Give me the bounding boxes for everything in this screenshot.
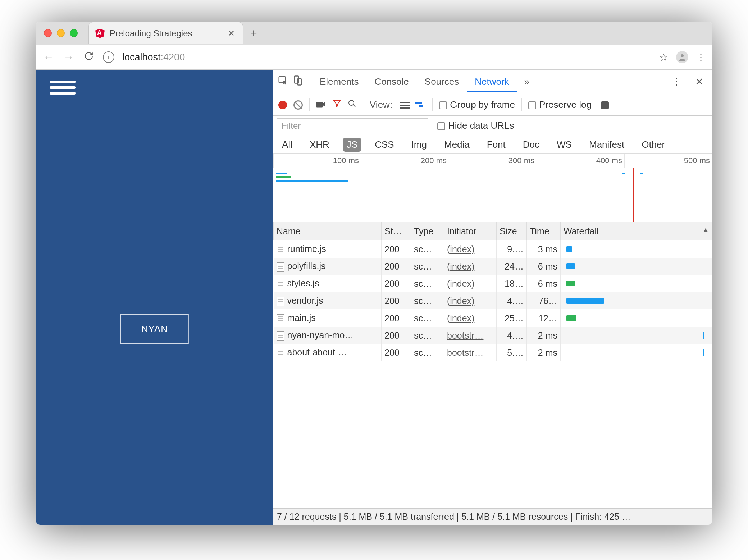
svg-rect-4 <box>316 102 323 107</box>
view-list-icon[interactable] <box>400 102 410 109</box>
back-button[interactable]: ← <box>42 51 55 63</box>
browser-window: Preloading Strategies ✕ + ← → i localhos… <box>36 22 712 525</box>
record-button[interactable] <box>278 101 287 109</box>
nyan-button[interactable]: NYAN <box>120 314 189 344</box>
table-row[interactable]: styles.js200sc…(index)18…6 ms <box>274 275 712 292</box>
timeline-bar <box>640 173 643 174</box>
type-chip-ws[interactable]: WS <box>553 138 575 152</box>
window-maximize-button[interactable] <box>70 29 78 37</box>
devtools-tabs: ElementsConsoleSourcesNetwork » ⋮ ✕ <box>273 70 712 94</box>
bookmark-star-icon[interactable]: ☆ <box>659 51 668 63</box>
network-toolbar: View: Group by frame Preserve log <box>273 94 712 116</box>
forward-button[interactable]: → <box>63 51 75 63</box>
column-header[interactable]: Waterfall▲ <box>561 222 712 240</box>
timeline-tick: 100 ms <box>273 154 361 168</box>
devtools-tab-network[interactable]: Network <box>467 71 517 92</box>
filter-row: Hide data URLs <box>273 116 712 136</box>
devtools-tab-sources[interactable]: Sources <box>417 71 467 92</box>
url-port: 4200 <box>163 52 185 63</box>
table-row[interactable]: polyfills.js200sc…(index)24…6 ms <box>274 258 712 275</box>
view-mode-buttons[interactable] <box>399 99 426 110</box>
file-icon <box>277 314 284 323</box>
hide-data-urls-checkbox[interactable]: Hide data URLs <box>437 120 514 131</box>
svg-point-0 <box>681 54 684 57</box>
filter-input[interactable] <box>277 118 428 133</box>
angular-icon <box>95 29 105 38</box>
screenshot-icon[interactable] <box>316 99 326 110</box>
type-chip-img[interactable]: Img <box>408 138 430 152</box>
devtools-settings-icon[interactable]: ⋮ <box>666 76 687 87</box>
view-waterfall-icon[interactable] <box>415 102 424 109</box>
timeline-bar <box>622 173 625 174</box>
preserve-log-checkbox[interactable]: Preserve log <box>528 99 592 110</box>
address-bar: ← → i localhost:4200 ☆ ⋮ <box>36 45 712 70</box>
tab-close-button[interactable]: ✕ <box>226 28 236 38</box>
timeline-bar <box>276 176 291 178</box>
window-minimize-button[interactable] <box>57 29 65 37</box>
column-header[interactable]: St… <box>382 222 411 240</box>
timeline-overview[interactable]: 100 ms200 ms300 ms400 ms500 ms <box>273 154 712 222</box>
devtools-tab-console[interactable]: Console <box>366 71 416 92</box>
table-row[interactable]: runtime.js200sc…(index)9.…3 ms <box>274 240 712 258</box>
view-label: View: <box>370 99 392 110</box>
table-row[interactable]: main.js200sc…(index)25…12… <box>274 309 712 327</box>
timeline-tick: 400 ms <box>537 154 624 168</box>
type-chip-manifest[interactable]: Manifest <box>585 138 628 152</box>
new-tab-button[interactable]: + <box>250 27 257 40</box>
svg-rect-3 <box>297 79 301 85</box>
more-checkbox[interactable] <box>601 99 612 110</box>
svg-rect-2 <box>294 76 299 83</box>
toggle-device-icon[interactable] <box>292 75 303 88</box>
devtools-close-button[interactable]: ✕ <box>691 76 708 88</box>
group-by-frame-checkbox[interactable]: Group by frame <box>439 99 515 110</box>
browser-menu-button[interactable]: ⋮ <box>696 52 706 63</box>
type-chip-media[interactable]: Media <box>441 138 473 152</box>
url-host: localhost <box>122 52 161 63</box>
type-chip-all[interactable]: All <box>278 138 296 152</box>
hamburger-menu-icon[interactable] <box>50 81 76 95</box>
file-icon <box>277 262 284 272</box>
status-text: 7 / 12 requests | 5.1 MB / 5.1 MB transf… <box>277 511 631 522</box>
network-table[interactable]: NameSt…TypeInitiatorSizeTimeWaterfall▲ r… <box>273 222 712 508</box>
app-pane: NYAN <box>36 70 273 525</box>
table-row[interactable]: nyan-nyan-mo…200sc…bootstr…4.…2 ms <box>274 327 712 344</box>
timeline-tick: 500 ms <box>624 154 712 168</box>
browser-tab[interactable]: Preloading Strategies ✕ <box>88 22 243 44</box>
type-chip-css[interactable]: CSS <box>371 138 397 152</box>
type-chip-xhr[interactable]: XHR <box>306 138 333 152</box>
titlebar: Preloading Strategies ✕ + <box>36 22 712 45</box>
file-icon <box>277 297 284 306</box>
status-bar: 7 / 12 requests | 5.1 MB / 5.1 MB transf… <box>273 508 712 525</box>
type-chip-font[interactable]: Font <box>483 138 509 152</box>
hide-data-urls-label: Hide data URLs <box>448 120 514 131</box>
load-marker <box>633 168 634 222</box>
file-icon <box>277 245 284 254</box>
table-row[interactable]: vendor.js200sc…(index)4.…76… <box>274 292 712 309</box>
reload-button[interactable] <box>83 51 95 63</box>
devtools-tab-elements[interactable]: Elements <box>312 71 366 92</box>
inspect-element-icon[interactable] <box>278 75 288 88</box>
svg-point-5 <box>349 100 354 105</box>
column-header[interactable]: Time <box>527 222 561 240</box>
column-header[interactable]: Size <box>497 222 527 240</box>
filter-icon[interactable] <box>333 99 341 110</box>
site-info-icon[interactable]: i <box>103 51 114 63</box>
dom-content-marker <box>619 168 619 222</box>
column-header[interactable]: Type <box>411 222 444 240</box>
url-input[interactable]: localhost:4200 <box>122 52 651 63</box>
devtools-pane: ElementsConsoleSourcesNetwork » ⋮ ✕ <box>273 70 712 525</box>
profile-avatar[interactable] <box>676 51 688 63</box>
tabs-overflow-icon[interactable]: » <box>521 76 533 87</box>
timeline-tick: 300 ms <box>449 154 537 168</box>
group-label: Group by frame <box>450 99 515 110</box>
column-header[interactable]: Initiator <box>444 222 497 240</box>
type-chip-js[interactable]: JS <box>343 138 361 152</box>
search-icon[interactable] <box>348 99 356 110</box>
window-close-button[interactable] <box>44 29 52 37</box>
type-chip-doc[interactable]: Doc <box>519 138 543 152</box>
type-chip-other[interactable]: Other <box>638 138 669 152</box>
column-header[interactable]: Name <box>274 222 382 240</box>
clear-button[interactable] <box>293 100 303 110</box>
table-row[interactable]: about-about-…200sc…bootstr…5.…2 ms <box>274 344 712 361</box>
tab-title: Preloading Strategies <box>110 28 226 38</box>
